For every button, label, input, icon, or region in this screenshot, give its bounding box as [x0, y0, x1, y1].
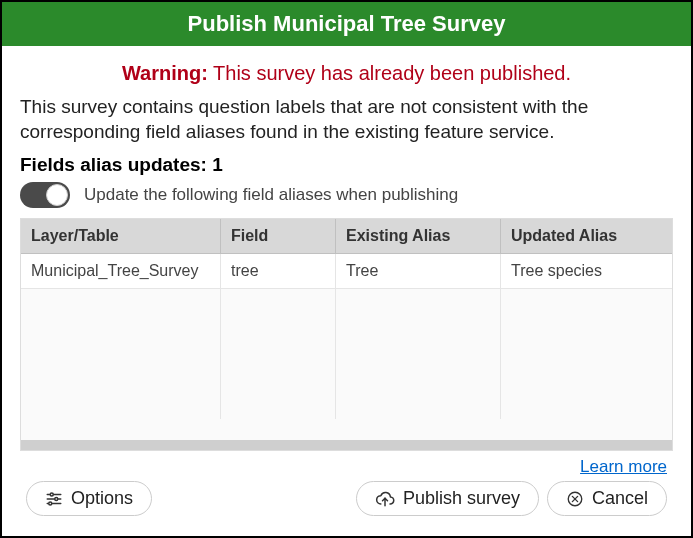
sliders-icon	[45, 490, 63, 508]
warning-prefix: Warning:	[122, 62, 208, 84]
cancel-label: Cancel	[592, 488, 648, 509]
table-row[interactable]: Municipal_Tree_Survey tree Tree Tree spe…	[21, 254, 672, 289]
col-layer[interactable]: Layer/Table	[21, 219, 221, 254]
update-aliases-toggle[interactable]	[20, 182, 70, 208]
toggle-label: Update the following field aliases when …	[84, 185, 458, 205]
info-text: This survey contains question labels tha…	[20, 95, 673, 144]
col-field[interactable]: Field	[221, 219, 336, 254]
warning-line: Warning: This survey has already been pu…	[20, 62, 673, 85]
alias-heading-label: Fields alias updates:	[20, 154, 207, 175]
titlebar: Publish Municipal Tree Survey	[2, 2, 691, 46]
col-updated-alias[interactable]: Updated Alias	[501, 219, 672, 254]
dialog-title: Publish Municipal Tree Survey	[188, 11, 506, 37]
warning-message: This survey has already been published.	[213, 62, 571, 84]
dialog-content: Warning: This survey has already been pu…	[2, 46, 691, 536]
table-body: Municipal_Tree_Survey tree Tree Tree spe…	[21, 254, 672, 440]
alias-updates-heading: Fields alias updates: 1	[20, 154, 673, 176]
cell-existing: Tree	[336, 254, 501, 289]
cell-updated: Tree species	[501, 254, 672, 289]
publish-survey-button[interactable]: Publish survey	[356, 481, 539, 516]
learn-more-link[interactable]: Learn more	[580, 457, 667, 477]
publish-dialog: Publish Municipal Tree Survey Warning: T…	[0, 0, 693, 538]
cloud-upload-icon	[375, 490, 395, 508]
toggle-knob	[46, 184, 68, 206]
publish-label: Publish survey	[403, 488, 520, 509]
svg-point-5	[49, 502, 52, 505]
dialog-footer: Options Publish survey	[20, 479, 673, 526]
col-existing-alias[interactable]: Existing Alias	[336, 219, 501, 254]
table-header-row: Layer/Table Field Existing Alias Updated…	[21, 219, 672, 254]
toggle-row: Update the following field aliases when …	[20, 182, 673, 208]
options-button[interactable]: Options	[26, 481, 152, 516]
close-circle-icon	[566, 490, 584, 508]
alias-heading-count: 1	[212, 154, 223, 175]
horizontal-scrollbar[interactable]	[21, 440, 672, 450]
cancel-button[interactable]: Cancel	[547, 481, 667, 516]
svg-point-3	[55, 497, 58, 500]
options-label: Options	[71, 488, 133, 509]
cell-layer: Municipal_Tree_Survey	[21, 254, 221, 289]
cell-field: tree	[221, 254, 336, 289]
alias-table: Layer/Table Field Existing Alias Updated…	[20, 218, 673, 451]
table-empty-area	[21, 289, 672, 419]
learn-more-row: Learn more	[20, 451, 673, 479]
svg-point-1	[50, 493, 53, 496]
